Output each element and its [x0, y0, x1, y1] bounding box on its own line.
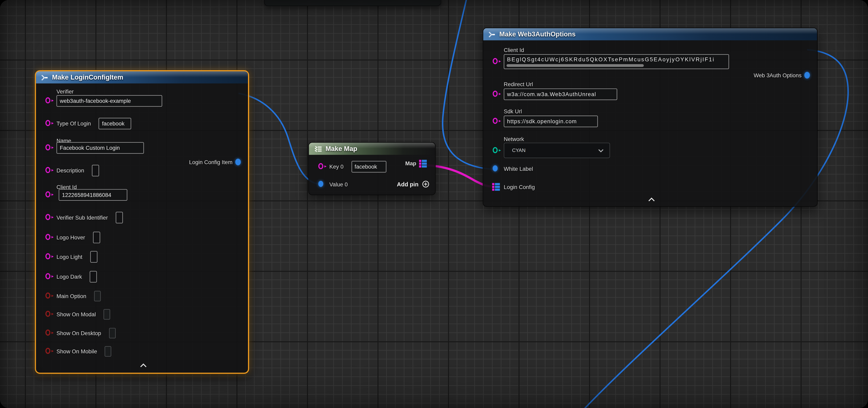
- pin-label-main-option: Main Option: [57, 293, 86, 299]
- chevron-down-icon: [598, 148, 604, 152]
- node-make-web3authoptions[interactable]: Make Web3AuthOptions Web 3Auth Options C…: [483, 28, 817, 207]
- verifier-sub-identifier-pin[interactable]: [45, 213, 53, 221]
- partial-node-top-edge[interactable]: [264, 0, 441, 6]
- pin-label-type-of-login: Type Of Login: [57, 120, 91, 126]
- show-on-desktop-checkbox[interactable]: [109, 328, 116, 338]
- client-id-field[interactable]: BEglQSgt4cUWcj6SKRdu5QkOXTsePmMcusG5EAoy…: [504, 54, 729, 69]
- node-make-loginconfigitem[interactable]: Make LoginConfigItem Login Config Item V…: [35, 70, 249, 374]
- output-pin-label: Map: [405, 161, 416, 167]
- logo-dark-pin[interactable]: [45, 273, 53, 280]
- client-id-pin[interactable]: [45, 191, 53, 199]
- collapse-chevron-icon[interactable]: [140, 363, 147, 368]
- main-option-checkbox[interactable]: [94, 291, 101, 301]
- pin-label-show-on-modal: Show On Modal: [57, 311, 96, 317]
- node-header[interactable]: Make Map: [309, 143, 435, 155]
- logo-light-field[interactable]: [90, 251, 97, 262]
- pin-label-login-config: Login Config: [504, 184, 535, 190]
- blueprint-editor: Make LoginConfigItem Login Config Item V…: [0, 0, 868, 408]
- network-selected-value: CYAN: [512, 147, 526, 153]
- key-0-field[interactable]: facebook: [351, 161, 386, 172]
- sdk-url-field[interactable]: https://sdk.openlogin.com: [504, 115, 598, 127]
- name-field[interactable]: Facebook Custom Login: [57, 142, 144, 154]
- pin-label-verifier-sub-identifier: Verifier Sub Identifier: [57, 214, 108, 220]
- pin-label-show-on-desktop: Show On Desktop: [57, 330, 101, 336]
- node-title: Make Web3AuthOptions: [499, 30, 576, 38]
- add-pin-icon: [422, 180, 430, 188]
- make-struct-icon: [488, 31, 496, 38]
- wire-loginconfigitem-to-value0[interactable]: [239, 94, 316, 183]
- value-0-pin[interactable]: [318, 180, 326, 188]
- main-option-pin[interactable]: [45, 292, 53, 300]
- pin-label-sdk-url: Sdk Url: [504, 108, 522, 114]
- output-login-config-item: Login Config Item: [189, 159, 241, 165]
- pin-label-logo-hover: Logo Hover: [57, 234, 85, 240]
- login-config-item-output-pin[interactable]: [235, 159, 241, 165]
- node-header[interactable]: Make Web3AuthOptions: [483, 28, 817, 40]
- pin-label-show-on-mobile: Show On Mobile: [57, 348, 97, 354]
- add-pin-label: Add pin: [397, 181, 418, 188]
- key-0-pin[interactable]: [318, 163, 326, 170]
- show-on-mobile-checkbox[interactable]: [105, 346, 112, 356]
- type-of-login-pin[interactable]: [45, 120, 53, 127]
- node-make-map[interactable]: Make Map Key 0 facebook Map Value 0: [308, 142, 436, 195]
- wire-map-to-loginconfig[interactable]: [427, 165, 490, 186]
- output-pin-label: Login Config Item: [189, 159, 232, 165]
- pin-label-white-label: White Label: [504, 166, 533, 172]
- logo-hover-pin[interactable]: [45, 233, 53, 241]
- pin-label-key-0: Key 0: [330, 163, 344, 169]
- verifier-sub-identifier-field[interactable]: [116, 211, 123, 223]
- node-title: Make LoginConfigItem: [52, 73, 123, 81]
- show-on-desktop-pin[interactable]: [45, 329, 53, 337]
- verifier-field[interactable]: web3auth-facebook-example: [57, 95, 162, 106]
- show-on-mobile-pin[interactable]: [45, 347, 53, 355]
- pin-label-description: Description: [57, 167, 84, 173]
- client-id-scrollbar[interactable]: [506, 64, 644, 67]
- pin-label-value-0: Value 0: [330, 181, 348, 187]
- pin-label-verifier: Verifier: [57, 89, 74, 95]
- name-pin[interactable]: [45, 144, 53, 151]
- logo-light-pin[interactable]: [45, 253, 53, 261]
- redirect-url-pin[interactable]: [492, 90, 500, 98]
- login-config-pin[interactable]: [492, 183, 500, 191]
- pin-label-redirect-url: Redirect Url: [504, 81, 533, 88]
- pin-label-logo-light: Logo Light: [57, 253, 83, 260]
- sdk-url-pin[interactable]: [492, 117, 500, 125]
- client-id-field[interactable]: 1222658941886084: [59, 189, 127, 200]
- output-map: Map: [405, 160, 427, 167]
- graph-canvas[interactable]: Make LoginConfigItem Login Config Item V…: [0, 0, 868, 408]
- network-pin[interactable]: [492, 146, 500, 154]
- pin-label-network: Network: [504, 136, 524, 142]
- description-pin[interactable]: [45, 166, 53, 174]
- client-id-pin[interactable]: [492, 58, 500, 65]
- type-of-login-field[interactable]: facebook: [99, 117, 131, 129]
- redirect-url-field[interactable]: w3a://com.w3a.Web3AuthUnreal: [504, 88, 617, 100]
- show-on-modal-pin[interactable]: [45, 310, 53, 318]
- pin-label-logo-dark: Logo Dark: [57, 273, 82, 279]
- make-struct-icon: [40, 74, 49, 81]
- white-label-pin[interactable]: [492, 165, 500, 172]
- description-field[interactable]: [92, 165, 99, 176]
- node-header[interactable]: Make LoginConfigItem: [36, 71, 248, 83]
- output-web3auth-options: Web 3Auth Options: [754, 72, 810, 78]
- show-on-modal-checkbox[interactable]: [103, 309, 110, 319]
- collapse-chevron-icon[interactable]: [648, 197, 655, 202]
- logo-dark-field[interactable]: [90, 271, 97, 282]
- node-title: Make Map: [326, 145, 357, 152]
- add-pin-button[interactable]: Add pin: [397, 180, 430, 188]
- pin-label-client-id: Client Id: [504, 47, 524, 53]
- map-output-pin[interactable]: [419, 160, 427, 167]
- verifier-pin[interactable]: [45, 97, 53, 104]
- make-map-icon: [313, 145, 322, 152]
- logo-hover-field[interactable]: [93, 231, 100, 243]
- web3auth-options-output-pin[interactable]: [804, 72, 810, 78]
- network-dropdown[interactable]: CYAN: [504, 143, 610, 158]
- output-pin-label: Web 3Auth Options: [754, 72, 802, 78]
